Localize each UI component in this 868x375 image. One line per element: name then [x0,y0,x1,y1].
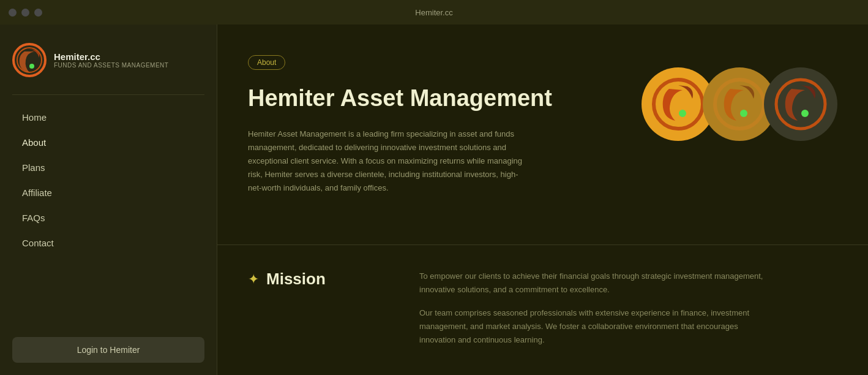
svg-point-6 [740,110,747,117]
about-badge: About [248,55,285,70]
logo-area: Hemiter.cc FUNDS AND ASSETS MANAGEMENT [12,43,204,77]
sidebar-divider [12,94,204,95]
logo-circle-3 [764,67,837,141]
sidebar: Hemiter.cc FUNDS AND ASSETS MANAGEMENT H… [0,25,217,375]
mission-title: Mission [266,270,326,289]
login-button[interactable]: Login to Hemiter [12,337,204,363]
app-subtitle: FUNDS AND ASSETS MANAGEMENT [54,62,168,69]
logo-circles [642,67,837,141]
close-button[interactable] [9,9,17,17]
sidebar-item-about[interactable]: About [12,130,204,155]
sparkle-icon: ✦ [248,271,259,287]
mission-section: ✦ Mission To empower our clients to achi… [217,245,868,375]
nav-list: Home About Plans Affiliate FAQs Contact [12,105,204,331]
sidebar-item-faqs[interactable]: FAQs [12,205,204,230]
minimize-button[interactable] [21,9,29,17]
logo-text: Hemiter.cc FUNDS AND ASSETS MANAGEMENT [54,51,168,69]
main-content: About Hemiter Asset Management Hemiter A… [217,25,868,375]
window-controls [9,9,42,17]
about-text-area: About Hemiter Asset Management Hemiter A… [248,55,552,195]
titlebar: Hemiter.cc [0,0,868,25]
sidebar-item-contact[interactable]: Contact [12,230,204,256]
mission-left: ✦ Mission [248,270,370,289]
svg-point-2 [29,64,34,69]
maximize-button[interactable] [34,9,42,17]
sidebar-item-affiliate[interactable]: Affiliate [12,180,204,205]
svg-point-4 [679,110,686,117]
mission-text-2: Our team comprises seasoned professional… [419,306,774,347]
about-title: Hemiter Asset Management [248,85,552,113]
about-section: About Hemiter Asset Management Hemiter A… [217,25,868,245]
window-title: Hemiter.cc [415,8,452,17]
svg-point-8 [801,110,809,117]
app-logo [12,43,47,77]
sidebar-item-home[interactable]: Home [12,105,204,130]
about-description: Hemiter Asset Management is a leading fi… [248,127,529,195]
svg-point-3 [654,80,703,129]
svg-point-7 [776,80,825,129]
mission-text-1: To empower our clients to achieve their … [419,270,774,297]
main-layout: Hemiter.cc FUNDS AND ASSETS MANAGEMENT H… [0,25,868,375]
app-name: Hemiter.cc [54,51,168,62]
mission-right: To empower our clients to achieve their … [419,270,774,357]
svg-point-5 [715,80,764,129]
sidebar-item-plans[interactable]: Plans [12,155,204,180]
